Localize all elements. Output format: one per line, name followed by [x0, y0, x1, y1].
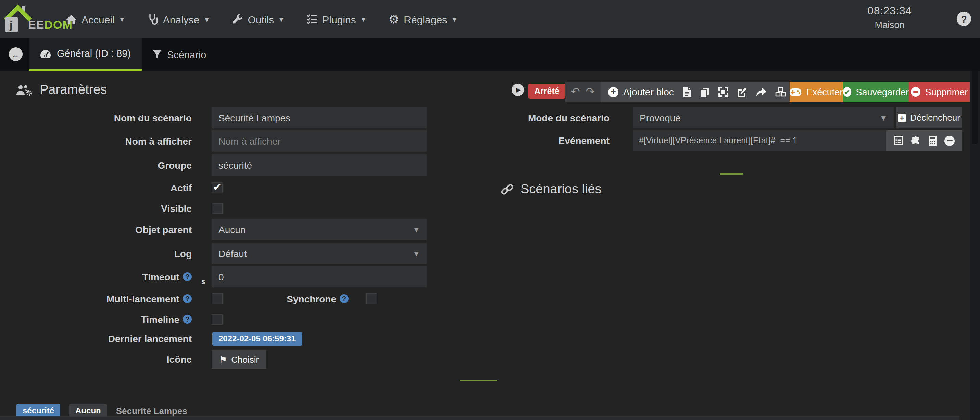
tab-general[interactable]: Général (ID : 89)	[29, 38, 142, 70]
filter-icon	[153, 50, 162, 59]
history-section: ↶ ↷	[565, 81, 601, 102]
event-expression-input[interactable]	[633, 130, 886, 151]
undo-icon[interactable]: ↶	[571, 86, 580, 97]
field-row-display-name: Nom à afficher	[0, 130, 426, 152]
add-block-button[interactable]: + Ajouter bloc	[608, 86, 674, 97]
scrollbar[interactable]	[970, 38, 980, 420]
field-row-active: Actif ✔	[0, 182, 223, 193]
save-button[interactable]: ✔ Sauvegarder	[843, 81, 909, 102]
add-trigger-button[interactable]: + Déclencheur	[896, 107, 961, 128]
redo-icon[interactable]: ↷	[585, 86, 595, 97]
object-badge: Aucun	[69, 404, 107, 418]
gamepad-icon	[790, 88, 802, 96]
mode-select[interactable]: Provoqué ▼	[633, 107, 894, 128]
execute-label: Exécuter	[807, 87, 843, 97]
field-row-name: Nom du scénario	[0, 107, 426, 128]
back-icon[interactable]: ←	[9, 47, 22, 61]
calculator-icon[interactable]	[929, 136, 937, 146]
execute-button[interactable]: Exécuter	[790, 81, 843, 102]
expand-icon[interactable]	[718, 87, 728, 97]
delete-button[interactable]: Supprimer	[909, 81, 970, 102]
timeline-label: Timeline?	[0, 314, 192, 325]
tab-toolbar: ← Général (ID : 89) Scénario Arrêté ↶ ↷	[0, 38, 980, 70]
play-circle-icon: ▶	[512, 84, 524, 96]
log-select[interactable]: Défaut ▼	[212, 243, 426, 264]
field-row-lastrun: Dernier lancement 2022-02-05 06:59:31	[0, 332, 302, 346]
parent-object-select[interactable]: Aucun ▼	[212, 219, 426, 240]
multilaunch-checkbox[interactable]	[212, 294, 223, 305]
home-icon	[66, 14, 77, 24]
lastrun-badge: 2022-02-05 06:59:31	[212, 332, 302, 346]
jeedom-logo[interactable]: j EEDOM	[3, 2, 73, 35]
tabs: Général (ID : 89) Scénario	[29, 38, 217, 70]
flag-icon: ⚑	[219, 354, 227, 364]
wrench-icon	[232, 14, 243, 25]
chevron-down-icon: ▼	[412, 249, 420, 258]
edit-section: + Ajouter bloc	[601, 81, 794, 102]
visible-checkbox[interactable]	[212, 203, 223, 214]
save-label: Sauvegarder	[856, 87, 909, 97]
scenario-name-input[interactable]	[212, 107, 426, 128]
status-badge: Arrêté	[528, 84, 566, 99]
clock-block[interactable]: 08:23:34 Maison	[857, 5, 923, 30]
help-icon[interactable]: ?	[957, 12, 971, 26]
question-circle-icon[interactable]: ?	[183, 315, 192, 324]
share-icon[interactable]	[756, 88, 766, 96]
menu-reglages[interactable]: ⚙ Réglages ▾	[389, 13, 457, 25]
question-circle-icon[interactable]: ?	[183, 294, 192, 303]
group-label: Groupe	[0, 160, 192, 171]
menu-label: Analyse	[163, 13, 200, 25]
puzzle-piece-icon[interactable]	[911, 136, 921, 146]
section-title-label: Scénarios liés	[520, 182, 601, 197]
synchronous-checkbox[interactable]	[366, 294, 377, 305]
timeout-input[interactable]	[212, 266, 426, 287]
chevron-down-icon: ▾	[453, 15, 457, 24]
edit-icon[interactable]	[737, 87, 747, 97]
field-row-multilaunch: Multi-lancement? Synchrone?	[0, 294, 377, 305]
file-icon[interactable]	[683, 87, 691, 97]
tab-scenario[interactable]: Scénario	[142, 38, 217, 70]
mode-value: Provoqué	[640, 112, 681, 123]
display-name-input[interactable]	[212, 130, 426, 152]
log-label: Log	[0, 248, 192, 259]
jeedom-app: j EEDOM Accueil ▾ Analyse ▾	[0, 0, 980, 420]
field-row-event: Evénement	[418, 130, 962, 151]
tab-label: Général (ID : 89)	[57, 48, 131, 59]
trigger-button-label: Déclencheur	[910, 112, 960, 123]
plus-square-icon: +	[898, 113, 906, 122]
menu-label: Accueil	[81, 13, 115, 25]
chevron-down-icon: ▾	[361, 15, 365, 24]
menu-accueil[interactable]: Accueil ▾	[66, 13, 124, 25]
parent-object-value: Aucun	[218, 224, 245, 235]
menu-outils[interactable]: Outils ▾	[232, 13, 283, 25]
log-value: Défaut	[218, 248, 247, 259]
field-row-group: Groupe	[0, 154, 426, 176]
question-circle-icon[interactable]: ?	[183, 272, 192, 281]
field-row-visible: Visible	[0, 203, 223, 214]
copy-icon[interactable]	[700, 87, 710, 97]
choose-label: Choisir	[231, 354, 259, 364]
icon-label: Icône	[0, 354, 192, 365]
menu-plugins[interactable]: Plugins ▾	[307, 13, 365, 25]
scenario-toolbar: ↶ ↷ + Ajouter bloc	[565, 81, 810, 102]
cubes-icon[interactable]	[775, 87, 786, 97]
menu-label: Plugins	[322, 13, 356, 25]
add-block-label: Ajouter bloc	[623, 86, 674, 97]
remove-trigger-icon[interactable]	[944, 136, 955, 146]
active-checkbox[interactable]: ✔	[212, 182, 223, 193]
timeline-checkbox[interactable]	[212, 314, 223, 325]
scenario-general-panel: Paramètres Nom du scénario Nom à affiche…	[0, 70, 970, 420]
list-alt-icon[interactable]	[894, 136, 903, 145]
group-input[interactable]	[212, 154, 426, 176]
scenario-breadcrumb: sécurité Aucun Sécurité Lampes	[16, 404, 187, 418]
question-circle-icon[interactable]: ?	[340, 294, 348, 303]
choose-icon-button[interactable]: ⚑ Choisir	[212, 350, 266, 369]
menu-analyse[interactable]: Analyse ▾	[147, 13, 209, 25]
tab-label: Scénario	[167, 49, 206, 60]
chevron-down-icon: ▼	[412, 225, 420, 234]
check-mark: ✔	[213, 181, 221, 193]
tachometer-icon	[40, 49, 51, 58]
bottom-panel-edge	[0, 416, 959, 420]
clock: 08:23:34	[857, 5, 923, 17]
linked-scenarios-title: Scénarios liés	[501, 182, 601, 197]
